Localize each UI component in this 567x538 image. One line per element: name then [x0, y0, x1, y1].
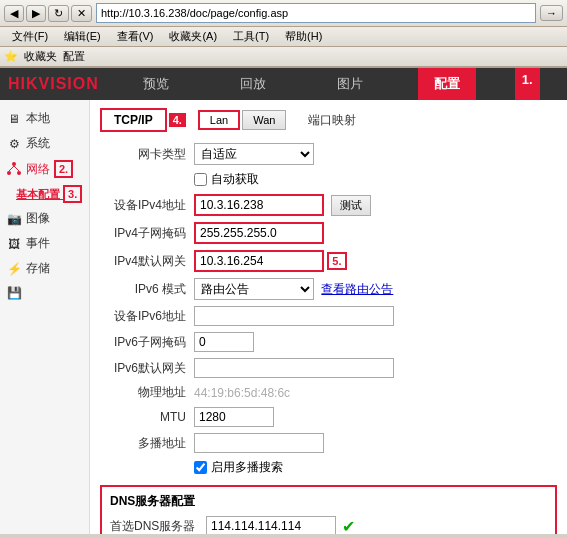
- sidebar-label-basic: 基本配置: [16, 188, 60, 200]
- auto-dns-checkbox[interactable]: [194, 173, 207, 186]
- mtu-label: MTU: [100, 404, 190, 430]
- sidebar-label-network: 网络: [26, 161, 50, 178]
- stop-button[interactable]: ✕: [71, 5, 92, 22]
- sidebar-item-system[interactable]: ⚙ 系统: [0, 131, 89, 156]
- auto-dns-label: 自动获取: [194, 171, 553, 188]
- dns-primary-row: 首选DNS服务器 ✔: [110, 514, 547, 534]
- sidebar-label-image: 事件: [26, 235, 50, 252]
- video-icon: 📷: [6, 211, 22, 227]
- sidebar-item-image[interactable]: 🖼 事件: [0, 231, 89, 256]
- ipv4-mask-label: IPv4子网掩码: [100, 219, 190, 247]
- svg-point-1: [7, 171, 11, 175]
- multicast-search-text: 启用多播搜索: [211, 459, 283, 476]
- ipv6-mode-cell: 路由公告 查看路由公告: [190, 275, 557, 303]
- sidebar-item-event[interactable]: ⚡ 存储: [0, 256, 89, 281]
- menu-help[interactable]: 帮助(H): [277, 27, 330, 46]
- physical-cell: 44:19:b6:5d:48:6c: [190, 381, 557, 404]
- sidebar-num3: 3.: [63, 185, 82, 203]
- tab-port-mapping[interactable]: 端口映射: [308, 112, 356, 129]
- ipv6-gw-input[interactable]: [194, 358, 394, 378]
- network-icon: [6, 161, 22, 177]
- page-wrapper: HIKVISION 预览 回放 图片 配置 1. 🖥 本地 ⚙ 系统: [0, 68, 567, 534]
- forward-button[interactable]: ▶: [26, 5, 46, 22]
- physical-label: 物理地址: [100, 381, 190, 404]
- dns-primary-check-icon: ✔: [342, 517, 355, 535]
- sidebar-label-local: 本地: [26, 110, 50, 127]
- view-route-link[interactable]: 查看路由公告: [321, 282, 393, 296]
- ipv4-gw-cell: 5.: [190, 247, 557, 275]
- monitor-icon: 🖥: [6, 111, 22, 127]
- auto-dns-cell: 自动获取: [190, 168, 557, 191]
- multicast-label: 多播地址: [100, 430, 190, 456]
- favorites-icon: ⭐: [4, 50, 18, 63]
- main-content: TCP/IP 4. Lan Wan 端口映射 网卡类型 自适应: [90, 100, 567, 534]
- back-button[interactable]: ◀: [4, 5, 24, 22]
- dns-primary-label: 首选DNS服务器: [110, 518, 200, 535]
- nic-type-select[interactable]: 自适应: [194, 143, 314, 165]
- browser-menu: 文件(F) 编辑(E) 查看(V) 收藏夹(A) 工具(T) 帮助(H): [0, 27, 567, 47]
- svg-point-2: [17, 171, 21, 175]
- mtu-input[interactable]: [194, 407, 274, 427]
- ipv6-addr-label: 设备IPv6地址: [100, 303, 190, 329]
- nav-buttons: ◀ ▶ ↻ ✕: [4, 5, 92, 22]
- dns-title: DNS服务器配置: [110, 493, 547, 510]
- ipv6-mask-input[interactable]: [194, 332, 254, 352]
- ipv6-gw-label: IPv6默认网关: [100, 355, 190, 381]
- menu-edit[interactable]: 编辑(E): [56, 27, 109, 46]
- tab-picture[interactable]: 图片: [321, 68, 379, 100]
- go-button[interactable]: →: [540, 5, 563, 21]
- menu-file[interactable]: 文件(F): [4, 27, 56, 46]
- tab-sub: Lan Wan: [198, 110, 287, 130]
- ipv4-gw-input[interactable]: [194, 250, 324, 272]
- multicast-search-label: 启用多播搜索: [194, 459, 553, 476]
- ipv4-gw-label: IPv4默认网关: [100, 247, 190, 275]
- sidebar-subitem-basic[interactable]: 基本配置 3.: [10, 182, 89, 206]
- sidebar-label-event: 存储: [26, 260, 50, 277]
- sidebar-sub-network: 基本配置 3.: [0, 182, 89, 206]
- svg-line-4: [14, 166, 19, 171]
- logo-area: HIKVISION: [8, 75, 108, 93]
- physical-value: 44:19:b6:5d:48:6c: [194, 386, 290, 400]
- multicast-search-cell: 启用多播搜索: [190, 456, 557, 479]
- menu-tools[interactable]: 工具(T): [225, 27, 277, 46]
- sidebar-label-system: 系统: [26, 135, 50, 152]
- auto-dns-text: 自动获取: [211, 171, 259, 188]
- multicast-input[interactable]: [194, 433, 324, 453]
- test-button[interactable]: 测试: [331, 195, 371, 216]
- menu-favorites[interactable]: 收藏夹(A): [161, 27, 225, 46]
- tab-lan[interactable]: Lan: [198, 110, 240, 130]
- nic-type-label: 网卡类型: [100, 140, 190, 168]
- nav-tabs: 预览 回放 图片 配置 1.: [108, 68, 559, 100]
- mtu-cell: [190, 404, 557, 430]
- ipv4-mask-cell: [190, 219, 557, 247]
- sidebar-item-network[interactable]: 网络 2.: [0, 156, 89, 182]
- address-bar[interactable]: [96, 3, 536, 23]
- nic-type-cell: 自适应: [190, 140, 557, 168]
- tab-config[interactable]: 配置: [418, 68, 476, 100]
- tab-playback[interactable]: 回放: [224, 68, 282, 100]
- tab-preview[interactable]: 预览: [127, 68, 185, 100]
- sidebar-item-video[interactable]: 📷 图像: [0, 206, 89, 231]
- dns-primary-input[interactable]: [206, 516, 336, 534]
- refresh-button[interactable]: ↻: [48, 5, 69, 22]
- tab-num4: 4.: [169, 113, 186, 127]
- favorites-config: 配置: [63, 49, 85, 64]
- tab-wan[interactable]: Wan: [242, 110, 286, 130]
- favorites-bar: ⭐ 收藏夹 配置: [0, 47, 567, 67]
- ipv6-gw-cell: [190, 355, 557, 381]
- content-area: 🖥 本地 ⚙ 系统 网络 2.: [0, 100, 567, 534]
- tab-tcpip[interactable]: TCP/IP: [100, 108, 167, 132]
- ipv4-mask-input[interactable]: [194, 222, 324, 244]
- config-num-label: 1.: [515, 68, 540, 100]
- image-icon: 🖼: [6, 236, 22, 252]
- ipv6-addr-input[interactable]: [194, 306, 394, 326]
- sidebar: 🖥 本地 ⚙ 系统 网络 2.: [0, 100, 90, 534]
- ipv4-addr-input[interactable]: [194, 194, 324, 216]
- multicast-search-checkbox[interactable]: [194, 461, 207, 474]
- menu-view[interactable]: 查看(V): [109, 27, 162, 46]
- ipv6-mode-select[interactable]: 路由公告: [194, 278, 314, 300]
- sidebar-item-local[interactable]: 🖥 本地: [0, 106, 89, 131]
- ipv6-mask-label: IPv6子网掩码: [100, 329, 190, 355]
- sidebar-item-storage[interactable]: 💾: [0, 281, 89, 305]
- ipv4-addr-label: 设备IPv4地址: [100, 191, 190, 219]
